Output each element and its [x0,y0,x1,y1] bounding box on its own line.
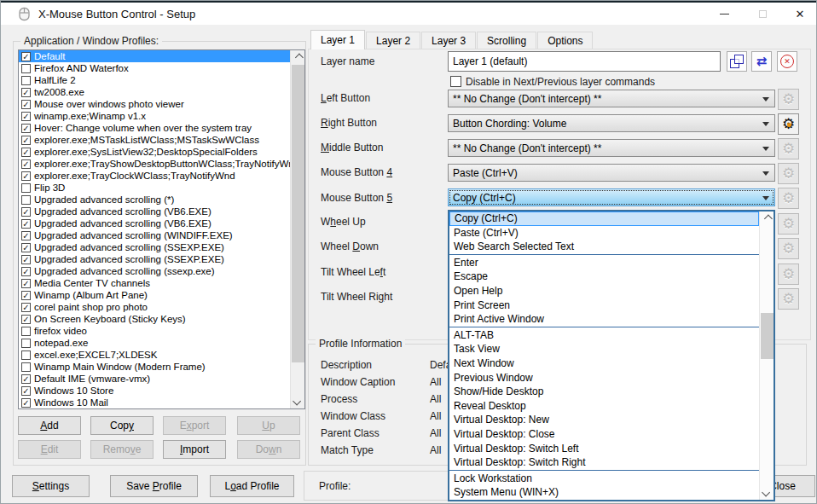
profile-checkbox[interactable]: ✓ [21,100,31,109]
profile-item[interactable]: ✓On Screen Keyboard (Sticky Keys) [19,313,290,325]
profile-checkbox[interactable] [21,362,31,372]
profile-checkbox[interactable]: ✓ [21,136,31,145]
profile-checkbox[interactable] [21,195,31,205]
tab-layer-1[interactable]: Layer 1 [310,30,365,49]
profile-checkbox[interactable]: ✓ [21,315,31,324]
profile-item[interactable]: ✓explorer.exe;TrayClockWClass;TrayNotify… [19,170,290,182]
profile-checkbox[interactable] [21,76,31,85]
mouse-button-5-combo[interactable]: Copy (Ctrl+C) [448,188,775,206]
profile-checkbox[interactable]: ✓ [21,267,31,276]
profile-checkbox[interactable] [21,64,31,73]
right-button-settings-gear-button[interactable]: ⚙ [778,113,799,135]
profile-checkbox[interactable]: ✓ [21,279,31,288]
profile-item[interactable]: ✓explorer.exe;TrayShowDesktopButtonWClas… [19,158,290,170]
tab-options[interactable]: Options [537,32,593,49]
profile-item[interactable]: ✓explorer.exe;SysListView32;DesktopSpeci… [19,146,290,158]
profile-checkbox[interactable]: ✓ [21,88,31,97]
maximize-button[interactable] [745,3,780,25]
disable-next-prev-checkbox[interactable] [450,76,461,87]
profile-checkbox[interactable]: ✓ [21,112,31,121]
dropdown-item-next-window[interactable]: Next Window [449,356,759,371]
profile-checkbox[interactable]: ✓ [21,374,31,384]
add-button[interactable]: Add [18,416,81,435]
profile-checkbox[interactable]: ✓ [21,207,31,217]
profile-item[interactable]: notepad.exe [19,337,290,349]
dropdown-item-web-search-selected-text[interactable]: Web Search Selected Text [449,240,759,254]
profile-item[interactable]: ✓corel paint shop pro photo [19,301,290,313]
profile-item[interactable]: ✓Winamp (Album Art Pane) [19,289,290,301]
profile-item[interactable]: firefox video [19,325,290,337]
scroll-up-button[interactable] [291,50,305,65]
profile-checkbox[interactable]: ✓ [21,303,31,312]
profile-checkbox[interactable]: ✓ [21,291,31,300]
profile-item[interactable]: ✓Upgraded advanced scrolling (ssexp.exe) [19,265,290,277]
dropdown-item-reveal-desktop[interactable]: Reveal Desktop [449,399,759,414]
profile-item[interactable]: ✓Upgraded advanced scrolling (SSEXP.EXE) [19,253,290,265]
action-dropdown[interactable]: Copy (Ctrl+C)Paste (Ctrl+V)Web Search Se… [448,210,775,501]
profile-checkbox[interactable]: ✓ [21,231,31,240]
scroll-thumb[interactable] [292,65,304,362]
dropdown-scroll-thumb[interactable] [761,313,774,359]
middle-button-combo[interactable]: ** No Change (Don't intercept) ** [448,139,775,157]
dropdown-item-show-hide-desktop[interactable]: Show/Hide Desktop [449,385,759,399]
dropdown-item-system-menu-win-x[interactable]: System Menu (WIN+X) [449,485,759,500]
swap-layers-button[interactable]: ⇄ [751,51,772,72]
profile-item[interactable]: ✓explorer.exe;MSTaskListWClass;MSTaskSwW… [19,134,290,146]
profile-checkbox[interactable] [21,183,31,193]
minimize-button[interactable] [706,3,742,25]
profile-item[interactable]: Upgraded advanced scrolling (*) [19,194,290,206]
profile-item[interactable]: ✓Upgraded advanced scrolling (SSEXP.EXE) [19,241,290,253]
settings-button[interactable]: Settings [12,475,90,497]
profile-item[interactable]: ✓Windows 10 Mail [19,397,290,408]
right-button-combo[interactable]: Button Chording: Volume [448,114,775,132]
profile-item[interactable]: ✓Upgraded advanced scrolling (VB6.EXE) [19,206,290,217]
profile-item[interactable]: ✓Media Center TV channels [19,277,290,289]
dropdown-item-open-help[interactable]: Open Help [449,284,759,298]
profile-checkbox[interactable]: ✓ [21,124,31,133]
profiles-listbox[interactable]: ✓DefaultFirefox AND WaterfoxHalfLife 2✓t… [18,49,305,409]
scroll-down-button[interactable] [291,394,305,408]
dropdown-item-alt-tab[interactable]: ALT-TAB [449,328,759,343]
profile-checkbox[interactable] [21,339,31,348]
profile-checkbox[interactable]: ✓ [21,159,31,169]
dropdown-item-escape[interactable]: Escape [449,269,759,284]
dropdown-scroll-up-button[interactable] [760,211,774,226]
dropdown-item-copy-ctrl-c[interactable]: Copy (Ctrl+C) [449,211,759,226]
dropdown-item-task-view[interactable]: Task View [449,342,759,356]
profile-item[interactable]: Winamp Main Window (Modern Frame) [19,361,290,373]
profile-checkbox[interactable] [21,350,31,360]
close-window-button[interactable]: ✕ [782,3,817,25]
dropdown-item-virtual-desktop-switch-right[interactable]: Virtual Desktop: Switch Right [449,455,759,470]
profile-item[interactable]: ✓Default IME (vmware-vmx) [19,373,290,385]
dropdown-scroll-down-button[interactable] [760,485,774,500]
dropdown-item-paste-ctrl-v[interactable]: Paste (Ctrl+V) [449,226,759,240]
profile-checkbox[interactable]: ✓ [21,398,31,408]
clear-layer-button[interactable]: ✕ [777,51,797,72]
profile-checkbox[interactable]: ✓ [21,386,31,396]
profile-item[interactable]: ✓Hover: Change volume when over the syst… [19,122,290,134]
load-profile-button[interactable]: Load Profile [210,475,294,497]
profile-item[interactable]: Flip 3D [19,182,290,194]
profile-checkbox[interactable]: ✓ [21,52,31,61]
profile-item[interactable]: ✓tw2008.exe [19,86,290,98]
dropdown-item-lock-workstation[interactable]: Lock Workstation [449,472,759,486]
profile-item[interactable]: ✓winamp.exe;Winamp v1.x [19,110,290,122]
layer-name-input[interactable]: Layer 1 (default) [448,51,721,72]
dropdown-scrollbar[interactable] [759,211,774,500]
dropdown-item-enter[interactable]: Enter [449,256,759,270]
left-button-combo[interactable]: ** No Change (Don't intercept) ** [448,90,775,107]
profile-checkbox[interactable]: ✓ [21,243,31,252]
mouse-button-4-combo[interactable]: Paste (Ctrl+V) [448,164,775,182]
dropdown-item-print-active-window[interactable]: Print Active Window [449,312,759,327]
dropdown-item-virtual-desktop-switch-left[interactable]: Virtual Desktop: Switch Left [449,442,759,456]
profile-item[interactable]: ✓Default [19,50,290,62]
tab-layer-3[interactable]: Layer 3 [421,32,476,49]
import-button[interactable]: Import [163,440,226,459]
dropdown-item-print-screen[interactable]: Print Screen [449,298,759,313]
dropdown-item-previous-window[interactable]: Previous Window [449,371,759,385]
profile-item[interactable]: ✓Mouse over windows photo viewer [19,98,290,110]
profile-checkbox[interactable] [21,327,31,336]
copy-button[interactable]: Copy [90,416,154,435]
profile-item[interactable]: ✓Upgraded advanced scrolling (WINDIFF.EX… [19,229,290,241]
duplicate-layer-button[interactable] [727,51,747,72]
